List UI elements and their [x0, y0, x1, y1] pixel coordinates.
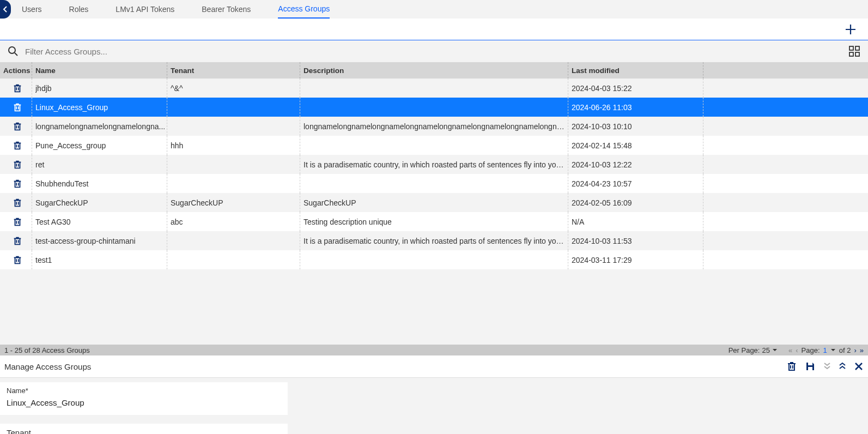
row-extra	[703, 136, 868, 155]
row-tenant	[167, 117, 300, 136]
page-next-button[interactable]: ›	[854, 346, 856, 354]
col-header-name[interactable]: Name	[32, 62, 167, 79]
double-chevron-up-icon	[839, 362, 846, 371]
row-lastmodified: 2024-10-03 12:22	[568, 155, 703, 174]
row-delete-button[interactable]	[13, 198, 22, 208]
row-lastmodified: 2024-10-03 11:53	[568, 231, 703, 250]
double-chevron-down-icon	[823, 362, 831, 371]
chevron-down-icon[interactable]	[830, 348, 836, 352]
row-name: ShubhenduTest	[32, 174, 167, 193]
col-header-description[interactable]: Description	[300, 62, 568, 79]
row-extra	[703, 212, 868, 231]
tab-roles[interactable]: Roles	[69, 1, 89, 18]
svg-rect-1	[849, 46, 853, 50]
close-button[interactable]	[854, 361, 864, 371]
table-body: jhdjb^&^2024-04-03 15:22Linux_Access_Gro…	[0, 79, 868, 345]
row-delete-button[interactable]	[13, 236, 22, 246]
row-extra	[703, 174, 868, 193]
col-header-tenant[interactable]: Tenant	[167, 62, 300, 79]
table-row[interactable]: Linux_Access_Group2024-06-26 11:03	[0, 98, 868, 117]
row-name: test1	[32, 250, 167, 269]
tab-access-groups[interactable]: Access Groups	[278, 0, 330, 19]
detail-body: Name* Linux_Access_Group Tenant Descript…	[0, 378, 868, 434]
plus-icon	[844, 23, 857, 36]
row-delete-button[interactable]	[13, 217, 22, 227]
save-button[interactable]	[805, 361, 816, 372]
delete-button[interactable]	[786, 361, 797, 372]
row-delete-button[interactable]	[13, 122, 22, 131]
row-tenant	[167, 155, 300, 174]
toolbar	[0, 19, 868, 40]
top-bar: UsersRolesLMv1 API TokensBearer TokensAc…	[0, 0, 868, 19]
table-row[interactable]: test-access-group-chintamaniIt is a para…	[0, 231, 868, 250]
table-row[interactable]: Test AG30abcTesting description uniqueN/…	[0, 212, 868, 231]
tab-users[interactable]: Users	[22, 1, 42, 18]
tab-lmv1-api-tokens[interactable]: LMv1 API Tokens	[116, 1, 174, 18]
row-extra	[703, 155, 868, 174]
col-header-lastmodified[interactable]: Last modified	[568, 62, 703, 79]
row-lastmodified: 2024-02-05 16:09	[568, 193, 703, 212]
row-name: test-access-group-chintamani	[32, 231, 167, 250]
row-description: Testing description unique	[300, 212, 568, 231]
chevron-down-icon[interactable]	[772, 348, 778, 352]
trash-icon	[13, 255, 22, 265]
row-lastmodified: 2024-10-03 10:10	[568, 117, 703, 136]
detail-header: Manage Access Groups	[0, 355, 868, 378]
table-row[interactable]: SugarCheckUPSugarCheckUPSugarCheckUP2024…	[0, 193, 868, 212]
search-icon	[8, 46, 19, 57]
row-extra	[703, 79, 868, 98]
row-name: Test AG30	[32, 212, 167, 231]
trash-icon	[13, 83, 22, 93]
row-tenant: SugarCheckUP	[167, 193, 300, 212]
row-lastmodified: N/A	[568, 212, 703, 231]
table-row[interactable]: Pune_Access_grouphhh2024-02-14 15:48	[0, 136, 868, 155]
page-first-button[interactable]: «	[788, 346, 792, 354]
row-description: SugarCheckUP	[300, 193, 568, 212]
back-button[interactable]	[0, 0, 11, 19]
trash-icon	[13, 236, 22, 246]
row-description: longnamelongnamelongnamelongnamelongname…	[300, 117, 568, 136]
table-row[interactable]: retIt is a paradisematic country, in whi…	[0, 155, 868, 174]
row-name: longnamelongnamelongnamelongna...	[32, 117, 167, 136]
trash-icon	[13, 179, 22, 189]
row-extra	[703, 231, 868, 250]
collapse-up-button[interactable]	[839, 362, 846, 371]
row-delete-button[interactable]	[13, 141, 22, 150]
name-field[interactable]: Name* Linux_Access_Group	[0, 382, 288, 415]
page-last-button[interactable]: »	[860, 346, 864, 354]
per-page-value[interactable]: 25	[762, 346, 769, 354]
grid-view-toggle[interactable]	[848, 45, 860, 57]
filter-input[interactable]	[25, 47, 843, 56]
status-bar: 1 - 25 of 28 Access Groups Per Page: 25 …	[0, 345, 868, 355]
table-row[interactable]: jhdjb^&^2024-04-03 15:22	[0, 79, 868, 98]
close-icon	[854, 361, 864, 371]
row-delete-button[interactable]	[13, 83, 22, 93]
page-of-total: of 2	[839, 346, 851, 354]
row-description	[300, 250, 568, 269]
row-delete-button[interactable]	[13, 179, 22, 189]
collapse-down-button[interactable]	[823, 362, 831, 371]
tabs: UsersRolesLMv1 API TokensBearer TokensAc…	[22, 0, 330, 19]
row-name: Pune_Access_group	[32, 136, 167, 155]
table-header: Actions Name Tenant Description Last mod…	[0, 62, 868, 79]
table-row[interactable]: ShubhenduTest2024-04-23 10:57	[0, 174, 868, 193]
row-delete-button[interactable]	[13, 103, 22, 112]
row-description: It is a paradisematic country, in which …	[300, 155, 568, 174]
name-label: Name*	[7, 387, 281, 395]
tab-bearer-tokens[interactable]: Bearer Tokens	[202, 1, 251, 18]
table-row[interactable]: longnamelongnamelongnamelongna...longnam…	[0, 117, 868, 136]
row-description	[300, 98, 568, 117]
name-value[interactable]: Linux_Access_Group	[7, 398, 281, 407]
page-current[interactable]: 1	[823, 346, 827, 354]
row-description	[300, 79, 568, 98]
row-tenant	[167, 174, 300, 193]
tenant-field[interactable]: Tenant	[0, 424, 288, 434]
row-tenant	[167, 231, 300, 250]
add-button[interactable]	[844, 23, 857, 36]
per-page-label: Per Page:	[729, 346, 760, 354]
svg-rect-4	[855, 52, 859, 56]
page-prev-button[interactable]: ‹	[796, 346, 798, 354]
row-delete-button[interactable]	[13, 160, 22, 170]
table-row[interactable]: test12024-03-11 17:29	[0, 250, 868, 269]
row-delete-button[interactable]	[13, 255, 22, 265]
